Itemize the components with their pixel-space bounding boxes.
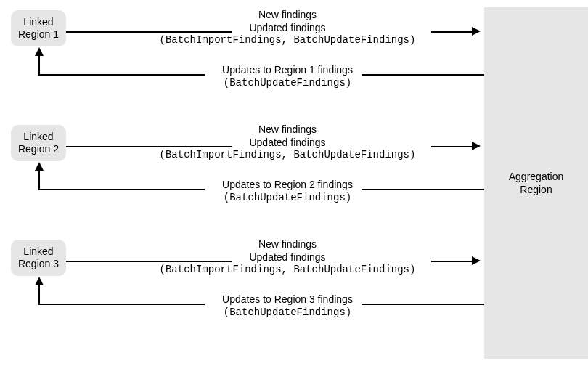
flow-label-region3-return: Updates to Region 3 findings (BatchUpdat… [143, 293, 432, 319]
line-region2-forward-right [431, 146, 472, 147]
line-region1-forward-left [66, 31, 232, 33]
line-region2-return-vert [38, 171, 40, 190]
linked-region-3-box: Linked Region 3 [11, 240, 66, 276]
line-region1-return-vert [38, 56, 40, 76]
line-region2-return-right [362, 189, 484, 190]
arrow-region2-forward [472, 142, 481, 150]
line-region1-return-left [38, 74, 205, 76]
flow-label-region2-return: Updates to Region 2 findings (BatchUpdat… [143, 179, 432, 204]
aggregation-region-box: Aggregation Region [484, 7, 588, 359]
arrow-region1-return [35, 47, 44, 56]
flow-label-region1-forward: New findings Updated findings (BatchImpo… [143, 9, 432, 47]
arrow-region3-return [35, 277, 44, 285]
flow-label-region1-return: Updates to Region 1 findings (BatchUpdat… [143, 64, 432, 89]
line-region1-forward-right [431, 31, 472, 33]
line-region3-forward-right [431, 261, 472, 262]
line-region3-return-right [362, 304, 484, 305]
arrow-region2-return [35, 162, 44, 171]
line-region1-return-right [362, 74, 484, 76]
line-region2-forward-left [66, 146, 232, 147]
line-region2-return-left [38, 189, 205, 190]
line-region3-forward-left [66, 261, 232, 262]
linked-region-2-box: Linked Region 2 [11, 125, 66, 161]
linked-region-1-box: Linked Region 1 [11, 10, 66, 46]
flow-label-region3-forward: New findings Updated findings (BatchImpo… [143, 238, 432, 277]
flow-label-region2-forward: New findings Updated findings (BatchImpo… [143, 123, 432, 162]
diagram-canvas: Aggregation Region Linked Region 1 New f… [0, 0, 588, 366]
arrow-region3-forward [472, 256, 481, 265]
line-region3-return-vert [38, 285, 40, 305]
arrow-region1-forward [472, 27, 481, 36]
aggregation-region-label: Aggregation Region [509, 170, 564, 196]
line-region3-return-left [38, 304, 205, 305]
